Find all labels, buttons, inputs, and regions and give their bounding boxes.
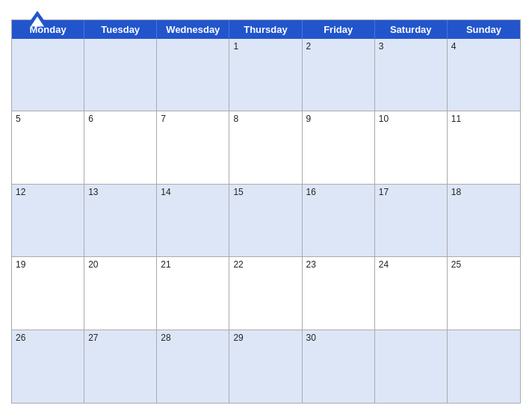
- day-header-sunday: Sunday: [448, 20, 520, 39]
- day-number: 15: [233, 187, 297, 197]
- day-cell: 29: [229, 330, 302, 403]
- day-number: 17: [379, 187, 443, 197]
- day-cell: 20: [84, 257, 157, 330]
- day-number: 25: [451, 259, 516, 270]
- weeks-container: 1234567891011121314151617181920212223242…: [12, 39, 520, 403]
- week-row-2: 567891011: [12, 111, 520, 184]
- svg-rect-2: [35, 21, 40, 27]
- day-cell: 22: [229, 257, 302, 330]
- day-cell: 10: [375, 111, 448, 184]
- day-cell: 8: [229, 111, 302, 184]
- day-cell: 14: [157, 185, 229, 257]
- day-cell: [84, 39, 157, 111]
- day-number: 30: [306, 333, 371, 343]
- day-number: 18: [451, 187, 516, 197]
- day-cell: 19: [12, 257, 84, 330]
- day-cell: [157, 39, 229, 111]
- day-number: 24: [379, 259, 443, 270]
- day-number: 1: [233, 41, 297, 52]
- day-cell: 4: [448, 39, 520, 111]
- day-cell: 13: [84, 185, 157, 257]
- day-cell: 1: [229, 39, 302, 111]
- week-row-3: 12131415161718: [12, 185, 520, 257]
- logo-icon: [26, 10, 49, 27]
- day-cell: 21: [157, 257, 229, 330]
- calendar-header: [11, 7, 521, 15]
- day-number: 4: [451, 41, 516, 52]
- day-cell: 2: [303, 39, 375, 111]
- day-cell: 15: [229, 185, 302, 257]
- day-header-saturday: Saturday: [375, 20, 448, 39]
- day-number: 3: [379, 41, 443, 52]
- day-cell: 26: [12, 330, 84, 403]
- day-cell: 11: [448, 111, 520, 184]
- day-cell: 30: [303, 330, 375, 403]
- day-number: 8: [233, 114, 297, 124]
- day-cell: 5: [12, 111, 84, 184]
- week-row-4: 19202122232425: [12, 257, 520, 330]
- day-cell: [448, 330, 520, 403]
- day-cell: 27: [84, 330, 157, 403]
- day-number: 22: [233, 259, 297, 270]
- day-cell: 7: [157, 111, 229, 184]
- day-cell: 17: [375, 185, 448, 257]
- day-number: 23: [306, 259, 371, 270]
- day-cell: 18: [448, 185, 520, 257]
- logo: [11, 10, 64, 28]
- day-cell: 9: [303, 111, 375, 184]
- week-row-5: 2627282930: [12, 330, 520, 403]
- day-number: 26: [16, 333, 80, 343]
- day-cell: [12, 39, 84, 111]
- day-cell: 23: [303, 257, 375, 330]
- day-number: 28: [161, 333, 225, 343]
- day-cell: 25: [448, 257, 520, 330]
- day-number: 16: [306, 187, 371, 197]
- day-cell: 3: [375, 39, 448, 111]
- day-headers-row: MondayTuesdayWednesdayThursdayFridaySatu…: [12, 20, 520, 39]
- day-number: 12: [16, 187, 80, 197]
- day-number: 19: [16, 259, 80, 270]
- day-number: 21: [161, 259, 225, 270]
- day-number: 7: [161, 114, 225, 124]
- day-header-wednesday: Wednesday: [157, 20, 229, 39]
- day-number: 13: [88, 187, 152, 197]
- day-header-thursday: Thursday: [229, 20, 302, 39]
- day-number: 11: [451, 114, 516, 124]
- day-cell: 6: [84, 111, 157, 184]
- day-cell: 16: [303, 185, 375, 257]
- day-header-friday: Friday: [303, 20, 375, 39]
- week-row-1: 1234: [12, 39, 520, 111]
- day-cell: 28: [157, 330, 229, 403]
- day-number: 10: [379, 114, 443, 124]
- day-number: 20: [88, 259, 152, 270]
- day-number: 27: [88, 333, 152, 343]
- calendar-grid: MondayTuesdayWednesdayThursdayFridaySatu…: [11, 19, 521, 404]
- day-number: 29: [233, 333, 297, 343]
- day-cell: 12: [12, 185, 84, 257]
- day-number: 5: [16, 114, 80, 124]
- day-cell: [375, 330, 448, 403]
- day-number: 2: [306, 41, 371, 52]
- day-number: 14: [161, 187, 225, 197]
- day-number: 9: [306, 114, 371, 124]
- day-number: 6: [88, 114, 152, 124]
- day-header-tuesday: Tuesday: [84, 20, 157, 39]
- day-cell: 24: [375, 257, 448, 330]
